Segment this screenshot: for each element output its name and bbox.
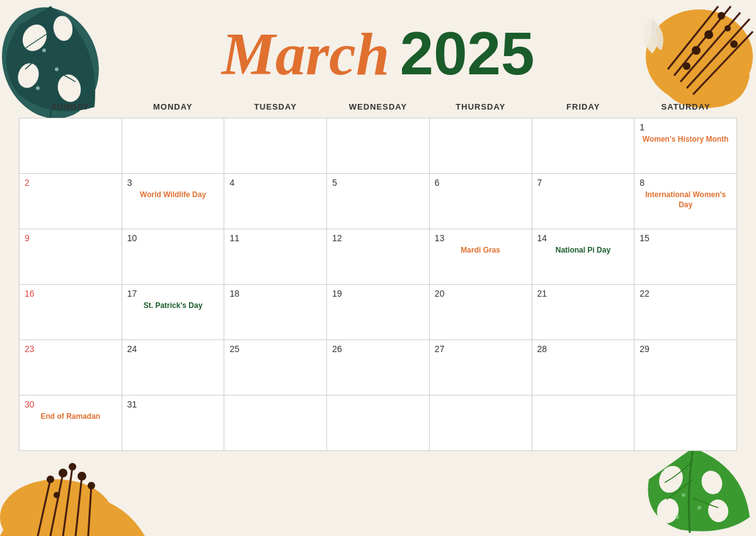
cell-date-number: 6 <box>435 178 527 188</box>
bottom-left-decoration <box>0 454 145 536</box>
calendar-cell <box>532 396 635 451</box>
svg-point-35 <box>706 498 730 523</box>
cell-date-number: 8 <box>639 178 731 188</box>
cell-date-number: 28 <box>537 344 629 354</box>
calendar-cell: 24 <box>122 340 225 396</box>
calendar-cell: 19 <box>327 285 430 340</box>
calendar-cell: 31 <box>122 396 225 451</box>
cell-date-number: 19 <box>332 288 424 299</box>
cell-date-number: 14 <box>537 233 629 243</box>
calendar-cell <box>122 118 225 174</box>
cell-event: International Women's Day <box>639 190 731 210</box>
svg-point-33 <box>698 468 725 498</box>
calendar-cell: 4 <box>224 174 327 229</box>
cell-date-number: 4 <box>229 178 321 188</box>
cell-date-number: 12 <box>332 233 424 243</box>
cell-date-number: 18 <box>229 288 321 299</box>
calendar-cell <box>430 396 532 451</box>
cell-event: St. Patrick's Day <box>127 301 219 311</box>
cell-event: Mardi Gras <box>435 246 527 256</box>
calendar-cell <box>430 118 532 174</box>
cell-date-number: 5 <box>332 178 424 188</box>
svg-point-37 <box>697 506 701 510</box>
cell-date-number: 1 <box>639 122 731 132</box>
calendar-header: March 2025 <box>0 0 756 98</box>
cell-date-number: 24 <box>127 344 219 354</box>
day-sunday: SUNDAY <box>19 98 122 115</box>
svg-line-22 <box>50 473 63 536</box>
cell-date-number: 26 <box>332 344 424 354</box>
calendar-cell: 9 <box>20 229 122 285</box>
calendar-cell: 13Mardi Gras <box>430 229 532 285</box>
calendar-container: SUNDAY MONDAY TUESDAY WEDNESDAY THURSDAY… <box>19 98 737 451</box>
svg-point-36 <box>682 493 685 497</box>
calendar-cell <box>327 118 430 174</box>
calendar-cell: 28 <box>532 340 635 396</box>
cell-date-number: 20 <box>435 288 527 299</box>
cell-event: End of Ramadan <box>25 412 117 422</box>
calendar-grid: 1Women's History Month23World Wildlife D… <box>19 118 737 451</box>
calendar-cell: 30End of Ramadan <box>20 396 122 451</box>
svg-point-26 <box>47 476 54 483</box>
day-wednesday: WEDNESDAY <box>327 98 430 115</box>
calendar-cell: 17St. Patrick's Day <box>122 285 225 340</box>
cell-date-number: 7 <box>537 178 629 188</box>
year-title: 2025 <box>400 20 535 87</box>
svg-line-24 <box>76 476 82 536</box>
calendar-cell: 26 <box>327 340 430 396</box>
calendar-cell: 6 <box>430 174 532 229</box>
cell-event: Women's History Month <box>639 135 731 145</box>
svg-line-23 <box>63 467 72 536</box>
cell-date-number: 22 <box>639 288 731 299</box>
calendar-cell: 8International Women's Day <box>634 174 737 229</box>
cell-date-number: 29 <box>639 344 731 354</box>
cell-event: National Pi Day <box>537 246 629 256</box>
calendar-cell: 12 <box>327 229 430 285</box>
bottom-right-decoration <box>630 448 756 536</box>
svg-point-27 <box>59 469 67 477</box>
calendar-cell <box>224 396 327 451</box>
calendar-cell: 16 <box>20 285 122 340</box>
calendar-cell: 15 <box>634 229 737 285</box>
svg-point-32 <box>655 462 687 496</box>
day-friday: FRIDAY <box>532 98 634 115</box>
calendar-cell: 22 <box>634 285 737 340</box>
calendar-cell: 1Women's History Month <box>634 118 737 174</box>
calendar-cell: 3World Wildlife Day <box>122 174 225 229</box>
calendar-cell: 5 <box>327 174 430 229</box>
svg-point-31 <box>54 492 60 498</box>
cell-date-number: 27 <box>435 344 527 354</box>
cell-date-number: 25 <box>229 344 321 354</box>
svg-point-28 <box>69 463 76 470</box>
calendar-cell: 20 <box>430 285 532 340</box>
calendar-cell: 10 <box>122 229 225 285</box>
calendar-cell: 11 <box>224 229 327 285</box>
cell-date-number: 3 <box>127 178 219 188</box>
cell-date-number: 2 <box>25 178 117 188</box>
cell-date-number: 9 <box>25 233 117 243</box>
calendar-cell: 18 <box>224 285 327 340</box>
calendar-cell <box>532 118 635 174</box>
cell-date-number: 16 <box>25 288 117 299</box>
calendar-cell <box>20 118 122 174</box>
cell-date-number: 17 <box>127 288 219 299</box>
calendar-cell: 7 <box>532 174 635 229</box>
month-title: March <box>222 20 390 88</box>
calendar-cell: 29 <box>634 340 737 396</box>
cell-event: World Wildlife Day <box>127 190 219 200</box>
cell-date-number: 31 <box>127 399 219 409</box>
calendar-cell: 2 <box>20 174 122 229</box>
cell-date-number: 30 <box>25 399 117 409</box>
svg-point-34 <box>654 496 681 525</box>
calendar-cell: 25 <box>224 340 327 396</box>
calendar-cell <box>634 396 737 451</box>
svg-point-20 <box>0 479 113 536</box>
svg-line-21 <box>38 479 50 536</box>
cell-date-number: 21 <box>537 288 629 299</box>
day-saturday: SATURDAY <box>634 98 737 115</box>
calendar-cell <box>327 396 430 451</box>
cell-date-number: 15 <box>639 233 731 243</box>
day-monday: MONDAY <box>122 98 224 115</box>
day-tuesday: TUESDAY <box>224 98 327 115</box>
svg-line-25 <box>88 486 91 536</box>
